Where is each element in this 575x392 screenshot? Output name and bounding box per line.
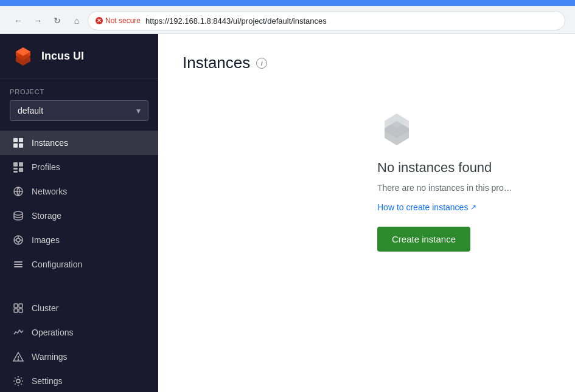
- images-icon: [12, 234, 24, 246]
- svg-rect-5: [13, 143, 18, 148]
- how-to-link[interactable]: How to create instances ↗: [377, 202, 476, 212]
- cluster-icon: [12, 302, 24, 314]
- main-content: Instances i No instances found There are…: [158, 34, 575, 392]
- cluster-nav: Cluster Operations: [0, 291, 158, 392]
- external-link-icon: ↗: [470, 203, 476, 211]
- svg-point-31: [16, 379, 20, 383]
- security-label: Not secure: [105, 16, 141, 25]
- sidebar-item-instances[interactable]: Instances: [0, 131, 158, 155]
- sidebar-item-images-label: Images: [32, 235, 60, 245]
- configuration-icon: [12, 258, 24, 270]
- sidebar-item-networks[interactable]: Networks: [0, 179, 158, 204]
- profiles-icon: [12, 161, 24, 173]
- create-instance-button[interactable]: Create instance: [377, 227, 470, 252]
- networks-icon: [12, 185, 24, 198]
- sidebar-item-storage-label: Storage: [32, 211, 61, 221]
- sidebar-item-settings-label: Settings: [32, 376, 63, 386]
- page-header: Instances i: [183, 53, 551, 72]
- browser-top-bar: [0, 0, 575, 6]
- info-icon[interactable]: i: [256, 58, 267, 69]
- svg-rect-3: [13, 138, 18, 142]
- project-label: Project: [10, 88, 148, 95]
- svg-rect-22: [14, 264, 23, 265]
- browser-nav: ← → ↻ ⌂ ✕ Not secure https://192.168.1.8…: [5, 10, 570, 32]
- empty-state: No instances found There are no instance…: [183, 109, 551, 252]
- sidebar-item-profiles-label: Profiles: [32, 162, 60, 172]
- svg-rect-9: [13, 168, 18, 170]
- svg-rect-7: [13, 162, 18, 167]
- settings-icon: [12, 375, 24, 387]
- project-section: Project default ▾: [0, 78, 158, 126]
- reload-button[interactable]: ↻: [49, 12, 66, 29]
- svg-rect-4: [19, 138, 23, 142]
- svg-point-14: [14, 211, 23, 215]
- home-button[interactable]: ⌂: [68, 12, 85, 29]
- forward-button[interactable]: →: [29, 12, 46, 29]
- empty-state-description: There are no instances in this pro…: [377, 183, 512, 193]
- empty-state-title: No instances found: [377, 160, 492, 176]
- sidebar-item-settings[interactable]: Settings: [0, 369, 158, 392]
- sidebar-item-instances-label: Instances: [32, 138, 68, 148]
- how-to-label: How to create instances: [377, 202, 468, 212]
- main-nav: Instances Profiles: [0, 126, 158, 281]
- svg-rect-24: [14, 304, 18, 308]
- svg-point-16: [16, 238, 20, 242]
- back-button[interactable]: ←: [10, 12, 27, 29]
- svg-rect-8: [19, 162, 23, 167]
- svg-rect-11: [19, 168, 23, 172]
- sidebar-item-warnings[interactable]: Warnings: [0, 345, 158, 369]
- sidebar-item-storage[interactable]: Storage: [0, 204, 158, 228]
- svg-rect-6: [19, 143, 23, 148]
- sidebar-item-cluster[interactable]: Cluster: [0, 296, 158, 320]
- app-layout: Incus UI Project default ▾ I: [0, 34, 575, 392]
- project-selector[interactable]: default ▾: [10, 100, 148, 121]
- chevron-down-icon: ▾: [136, 106, 141, 115]
- svg-point-30: [18, 360, 19, 360]
- svg-rect-23: [14, 266, 23, 267]
- browser-nav-bar: ← → ↻ ⌂ ✕ Not secure https://192.168.1.8…: [0, 6, 575, 33]
- security-dot: ✕: [96, 17, 103, 24]
- sidebar-logo: Incus UI: [0, 34, 158, 78]
- instances-icon: [12, 137, 24, 149]
- sidebar-item-configuration[interactable]: Configuration: [0, 252, 158, 277]
- sidebar-item-networks-label: Networks: [32, 187, 67, 196]
- page-title: Instances: [183, 53, 250, 72]
- warnings-icon: [12, 351, 24, 363]
- app-title: Incus UI: [41, 50, 84, 63]
- svg-rect-25: [19, 304, 23, 308]
- sidebar: Incus UI Project default ▾ I: [0, 34, 158, 392]
- svg-rect-10: [13, 171, 18, 173]
- sidebar-item-operations-label: Operations: [32, 328, 73, 337]
- security-badge: ✕ Not secure: [96, 16, 141, 25]
- logo-icon: [12, 45, 34, 67]
- sidebar-item-profiles[interactable]: Profiles: [0, 155, 158, 179]
- sidebar-item-operations[interactable]: Operations: [0, 320, 158, 345]
- project-value: default: [18, 106, 43, 115]
- svg-rect-21: [14, 261, 23, 263]
- storage-icon: [12, 210, 24, 222]
- operations-icon: [12, 326, 24, 339]
- svg-rect-27: [19, 309, 23, 312]
- empty-state-icon: [377, 109, 416, 148]
- sidebar-item-cluster-label: Cluster: [32, 303, 58, 313]
- url-text: https://192.168.1.8:8443/ui/project/defa…: [145, 16, 327, 26]
- sidebar-item-configuration-label: Configuration: [32, 260, 82, 269]
- browser-chrome: ← → ↻ ⌂ ✕ Not secure https://192.168.1.8…: [0, 0, 575, 34]
- address-bar[interactable]: ✕ Not secure https://192.168.1.8:8443/ui…: [88, 11, 565, 30]
- svg-rect-26: [14, 309, 18, 312]
- sidebar-item-images[interactable]: Images: [0, 228, 158, 252]
- sidebar-item-warnings-label: Warnings: [32, 352, 68, 362]
